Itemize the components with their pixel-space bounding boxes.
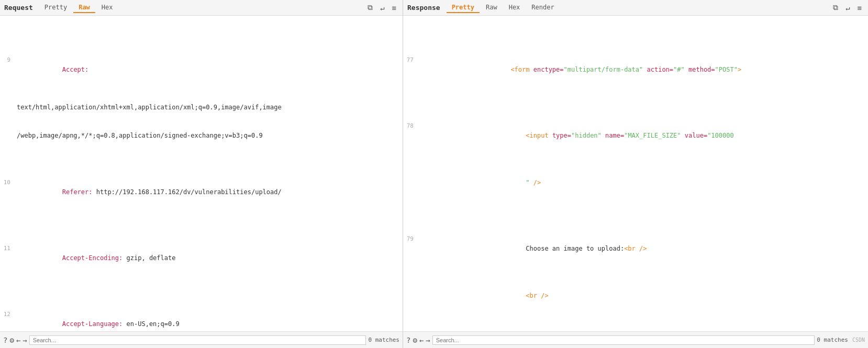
request-content: 9 Accept: text/html,application/xhtml+xm… xyxy=(0,16,403,331)
bottom-right-arrow-right-icon[interactable]: → xyxy=(426,336,430,344)
bottom-left-settings-icon[interactable]: ⚙ xyxy=(9,336,14,344)
request-tabs: Pretty Raw Hex xyxy=(39,3,118,13)
req-line-10: 10 Referer: http://192.168.117.162/dv/vu… xyxy=(0,178,403,206)
wrap-icon[interactable]: ↵ xyxy=(378,3,386,13)
response-menu-icon[interactable]: ≡ xyxy=(855,3,864,13)
res-line-79: 79 Choose an image to upload:<br /> xyxy=(403,234,868,263)
res-line-77: 77 <form enctype="multipart/form-data" a… xyxy=(403,55,868,84)
res-line-78b: " /> xyxy=(403,169,868,197)
response-copy-icon[interactable]: ⧉ xyxy=(831,2,840,13)
response-match-count: 0 matches xyxy=(817,336,848,343)
req-line-9: 9 Accept: xyxy=(0,55,403,84)
bottom-left-help-icon[interactable]: ? xyxy=(3,336,7,344)
request-header: Request Pretty Raw Hex ⧉ ↵ ≡ xyxy=(0,0,403,16)
req-line-9b: text/html,application/xhtml+xml,applicat… xyxy=(0,103,403,112)
req-line-11: 11 Accept-Encoding: gzip, deflate xyxy=(0,244,403,272)
bottom-right: ? ⚙ ← → 0 matches CSDN xyxy=(403,332,868,348)
res-line-78: 78 <input type="hidden" name="MAX_FILE_S… xyxy=(403,121,868,150)
bottom-left-arrow-left-icon[interactable]: ← xyxy=(16,336,20,344)
request-match-count: 0 matches xyxy=(368,336,399,343)
tab-response-hex[interactable]: Hex xyxy=(504,3,526,13)
tab-response-pretty[interactable]: Pretty xyxy=(447,3,480,13)
tab-request-raw[interactable]: Raw xyxy=(73,3,95,13)
response-wrap-icon[interactable]: ↵ xyxy=(843,3,852,13)
response-header: Response Pretty Raw Hex Render ⧉ ↵ ≡ xyxy=(403,0,868,16)
bottom-bar: ? ⚙ ← → 0 matches ? ⚙ ← → 0 matches CSDN xyxy=(0,331,868,348)
response-title: Response xyxy=(407,4,440,12)
response-code: 77 <form enctype="multipart/form-data" a… xyxy=(403,16,868,331)
request-search-input[interactable] xyxy=(29,335,366,345)
response-content: 77 <form enctype="multipart/form-data" a… xyxy=(403,16,868,331)
bottom-left: ? ⚙ ← → 0 matches xyxy=(0,332,403,348)
request-panel: Request Pretty Raw Hex ⧉ ↵ ≡ 9 Accept: xyxy=(0,0,403,331)
tab-response-raw[interactable]: Raw xyxy=(481,3,503,13)
tab-response-render[interactable]: Render xyxy=(526,3,559,13)
bottom-right-arrow-left-icon[interactable]: ← xyxy=(419,336,424,344)
main-container: Request Pretty Raw Hex ⧉ ↵ ≡ 9 Accept: xyxy=(0,0,868,331)
response-search-input[interactable] xyxy=(432,335,815,345)
res-line-79b: <br /> xyxy=(403,282,868,310)
copy-icon[interactable]: ⧉ xyxy=(365,2,375,13)
tab-request-hex[interactable]: Hex xyxy=(96,3,118,13)
csdn-label: CSDN xyxy=(852,337,865,343)
request-actions: ⧉ ↵ ≡ xyxy=(365,2,398,13)
req-line-9c: /webp,image/apng,*/*;q=0.8,application/s… xyxy=(0,131,403,140)
bottom-right-help-icon[interactable]: ? xyxy=(406,336,410,344)
request-title: Request xyxy=(4,4,33,12)
tab-request-pretty[interactable]: Pretty xyxy=(39,3,72,13)
bottom-left-arrow-right-icon[interactable]: → xyxy=(23,336,27,344)
response-tabs: Pretty Raw Hex Render xyxy=(447,3,560,13)
response-panel: Response Pretty Raw Hex Render ⧉ ↵ ≡ 77 xyxy=(403,0,868,331)
request-code: 9 Accept: text/html,application/xhtml+xm… xyxy=(0,16,403,331)
menu-icon[interactable]: ≡ xyxy=(390,3,398,13)
response-actions: ⧉ ↵ ≡ xyxy=(831,2,864,13)
req-line-12: 12 Accept-Language: en-US,en;q=0.9 xyxy=(0,310,403,331)
bottom-right-settings-icon[interactable]: ⚙ xyxy=(413,336,417,344)
